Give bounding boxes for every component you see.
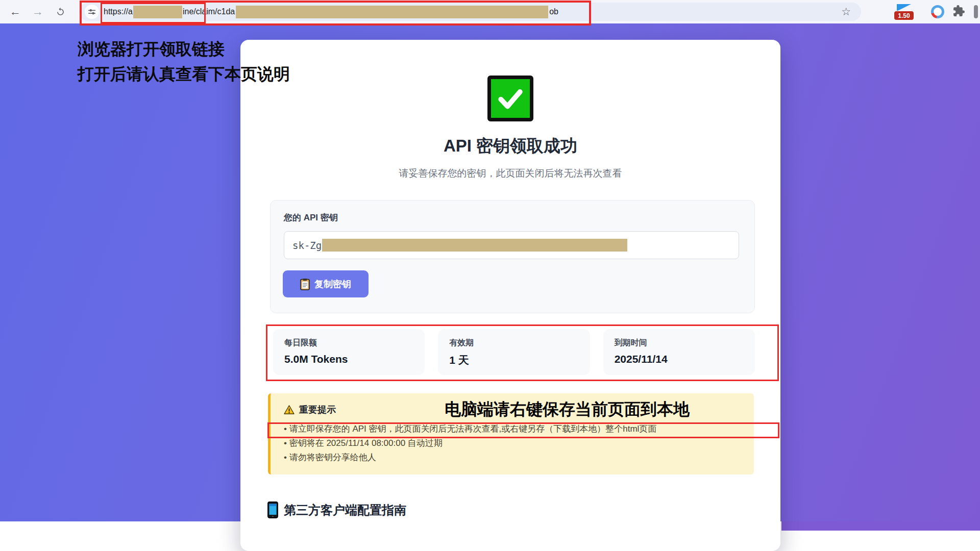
- stat-daily-quota: 每日限额 5.0M Tokens: [273, 329, 425, 375]
- forward-icon[interactable]: →: [30, 4, 46, 20]
- client-guide-title: 第三方客户端配置指南: [284, 502, 406, 518]
- clipboard-icon: [300, 278, 310, 290]
- api-key-field[interactable]: sk-Zg: [284, 231, 739, 259]
- warning-icon: [284, 405, 295, 415]
- url-middle: ine/claim/c1da: [183, 7, 235, 16]
- annotation-save-page-note: 电脑端请右键保存当前页面到本地: [445, 398, 690, 421]
- extensions-puzzle-icon[interactable]: [952, 5, 965, 19]
- site-info-icon[interactable]: [85, 5, 99, 19]
- reload-icon[interactable]: [52, 4, 68, 20]
- phone-icon: [267, 502, 278, 518]
- stat-value: 2025/11/14: [615, 353, 744, 365]
- warning-bullet-list: 请立即保存您的 API 密钥，此页面关闭后无法再次查看,或右键另存（下载到本地）…: [284, 422, 742, 465]
- check-success-icon: [487, 76, 533, 121]
- annotation-line-1: 浏览器打开领取链接: [78, 37, 290, 62]
- url-redaction-block: [133, 6, 182, 18]
- url-redaction-block: [236, 6, 548, 18]
- warning-title: 重要提示: [299, 404, 336, 416]
- success-card: API 密钥领取成功 请妥善保存您的密钥，此页面关闭后将无法再次查看 您的 AP…: [240, 40, 780, 551]
- page-title: API 密钥领取成功: [240, 135, 780, 158]
- url-suffix: ob: [549, 7, 558, 16]
- annotation-open-link-note: 浏览器打开领取链接 打开后请认真查看下本页说明: [78, 37, 290, 87]
- warning-bullet: 请立即保存您的 API 密钥，此页面关闭后无法再次查看,或右键另存（下载到本地）…: [284, 422, 742, 436]
- warning-bullet: 请勿将密钥分享给他人: [284, 450, 742, 465]
- warning-bullet: 密钥将在 2025/11/14 08:00:00 自动过期: [284, 436, 742, 450]
- api-key-value: sk-Zg: [292, 240, 322, 251]
- stat-value: 1 天: [449, 353, 578, 367]
- profile-avatar-partial[interactable]: [974, 5, 978, 18]
- annotation-line-2: 打开后请认真查看下本页说明: [78, 62, 290, 87]
- url-text: https://aine/claim/c1daob: [104, 3, 558, 21]
- copy-key-label: 复制密钥: [314, 278, 351, 290]
- stat-validity: 有效期 1 天: [438, 329, 590, 375]
- url-address-bar[interactable]: https://aine/claim/c1daob ☆: [79, 3, 861, 21]
- client-guide-heading: 第三方客户端配置指南: [267, 502, 406, 518]
- extension-flag-icon[interactable]: [897, 4, 911, 11]
- stat-label: 每日限额: [284, 338, 413, 348]
- bookmark-star-icon[interactable]: ☆: [841, 6, 851, 18]
- api-key-label: 您的 API 密钥: [284, 212, 338, 223]
- back-icon[interactable]: ←: [7, 4, 23, 20]
- api-key-redaction-block: [322, 239, 627, 252]
- stat-label: 到期时间: [615, 338, 744, 348]
- copy-key-button[interactable]: 复制密钥: [283, 270, 369, 297]
- stat-expiry-date: 到期时间 2025/11/14: [603, 329, 755, 375]
- extension-badge: 1.50: [894, 11, 914, 20]
- stat-label: 有效期: [449, 338, 578, 348]
- browser-toolbar: ← → https://aine/claim/c1daob ☆ 1.50: [0, 0, 980, 23]
- page-subtitle: 请妥善保存您的密钥，此页面关闭后将无法再次查看: [240, 167, 780, 180]
- stat-value: 5.0M Tokens: [284, 353, 413, 365]
- key-stats-row: 每日限额 5.0M Tokens 有效期 1 天 到期时间 2025/11/14: [273, 329, 755, 375]
- url-prefix: https://a: [104, 7, 133, 16]
- api-key-panel: 您的 API 密钥 sk-Zg 复制密钥: [270, 200, 755, 313]
- page-background-gradient-edge: [781, 521, 980, 531]
- extension-circle-icon[interactable]: [931, 5, 944, 18]
